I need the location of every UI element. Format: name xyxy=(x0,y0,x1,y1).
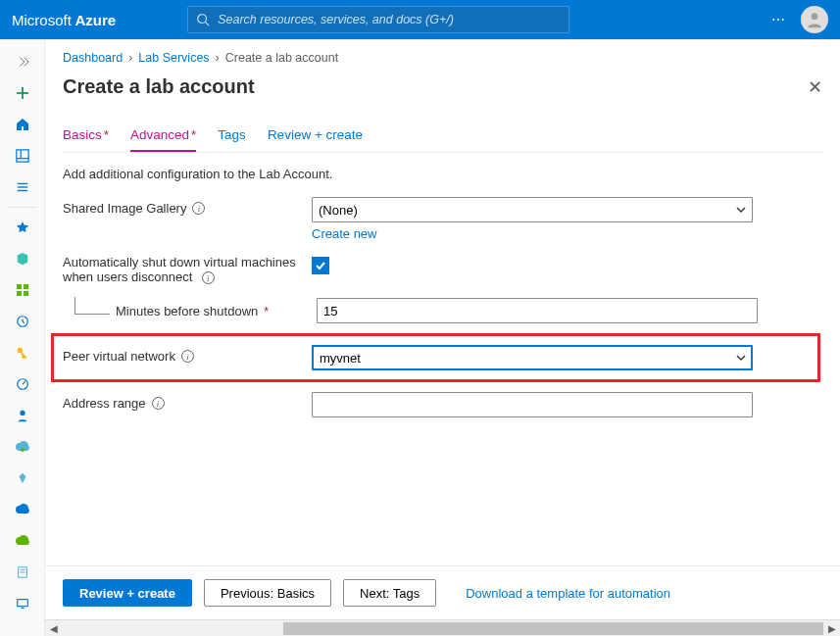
nav-expand-button[interactable] xyxy=(0,48,45,75)
breadcrumb-link-dashboard[interactable]: Dashboard xyxy=(63,51,123,65)
user-icon xyxy=(805,10,824,29)
main-panel: Dashboard › Lab Services › Create a lab … xyxy=(45,40,840,636)
chevron-right-icon: › xyxy=(128,51,132,65)
tab-bar: Basics* Advanced* Tags Review + create xyxy=(63,127,822,153)
more-menu-button[interactable]: ⋯ xyxy=(771,12,787,27)
info-icon[interactable]: i xyxy=(202,271,215,284)
svg-rect-23 xyxy=(17,600,27,607)
row-shared-gallery: Shared Image Gallery i (None) Create new xyxy=(63,197,822,241)
nav-resource-icon[interactable] xyxy=(0,245,45,272)
tab-description: Add additional configuration to the Lab … xyxy=(63,167,822,181)
tab-advanced[interactable]: Advanced* xyxy=(130,127,196,152)
required-icon: * xyxy=(264,304,269,318)
nav-recent-icon[interactable] xyxy=(0,308,45,335)
close-button[interactable]: ✕ xyxy=(808,76,822,98)
nav-vm-icon[interactable] xyxy=(0,590,45,617)
row-peer-network: Peer virtual network i myvnet xyxy=(63,345,822,370)
check-icon xyxy=(315,260,326,271)
nav-diamond-icon[interactable] xyxy=(0,465,45,492)
address-range-input[interactable] xyxy=(312,392,753,417)
info-icon[interactable]: i xyxy=(192,202,205,215)
svg-rect-14 xyxy=(24,291,28,296)
left-nav xyxy=(0,40,45,636)
breadcrumb: Dashboard › Lab Services › Create a lab … xyxy=(45,40,840,70)
peer-network-select[interactable]: myvnet xyxy=(312,345,753,370)
previous-button[interactable]: Previous: Basics xyxy=(204,579,331,607)
svg-point-16 xyxy=(17,348,22,353)
nav-cloud3-icon[interactable] xyxy=(0,527,45,555)
svg-point-0 xyxy=(198,15,207,24)
address-range-label: Address range xyxy=(63,396,146,411)
svg-rect-12 xyxy=(24,284,28,289)
chevron-right-icon: › xyxy=(216,51,220,65)
minutes-label: Minutes before shutdown xyxy=(116,304,258,318)
review-create-button[interactable]: Review + create xyxy=(63,579,192,607)
breadcrumb-current: Create a lab account xyxy=(225,51,338,65)
global-search-input[interactable]: Search resources, services, and docs (G+… xyxy=(187,6,569,33)
svg-point-19 xyxy=(21,448,25,452)
top-bar: Microsoft Azure Search resources, servic… xyxy=(0,0,840,39)
nav-gauge-icon[interactable] xyxy=(0,370,45,398)
svg-point-2 xyxy=(812,13,818,20)
shared-gallery-select[interactable]: (None) xyxy=(312,197,753,222)
nav-user-icon[interactable] xyxy=(0,402,45,429)
nav-cloud1-icon[interactable] xyxy=(0,433,45,461)
breadcrumb-link-labservices[interactable]: Lab Services xyxy=(138,51,209,65)
auto-shutdown-checkbox[interactable] xyxy=(312,257,329,274)
scroll-right-icon[interactable]: ▶ xyxy=(823,620,840,637)
nav-home-button[interactable] xyxy=(0,111,45,138)
svg-rect-13 xyxy=(17,291,22,296)
user-avatar[interactable] xyxy=(801,6,828,33)
tab-basics[interactable]: Basics* xyxy=(63,127,109,152)
tab-tags[interactable]: Tags xyxy=(218,127,246,152)
nav-data-icon[interactable] xyxy=(0,559,45,586)
nav-all-resources-icon[interactable] xyxy=(0,276,45,304)
nav-key-icon[interactable] xyxy=(0,339,45,367)
nav-create-button[interactable] xyxy=(0,79,45,107)
brand[interactable]: Microsoft Azure xyxy=(12,12,116,28)
indent-connector-icon xyxy=(74,297,110,315)
minutes-input[interactable] xyxy=(317,298,758,323)
horizontal-scrollbar[interactable]: ◀ ▶ xyxy=(45,619,840,636)
search-icon xyxy=(196,13,210,26)
scroll-thumb[interactable] xyxy=(283,622,823,635)
create-new-link[interactable]: Create new xyxy=(312,226,376,241)
shared-gallery-label: Shared Image Gallery xyxy=(63,201,186,216)
tab-review[interactable]: Review + create xyxy=(268,127,363,152)
row-address-range: Address range i xyxy=(63,392,822,417)
row-auto-shutdown: Automatically shut down virtual machines… xyxy=(63,255,822,284)
nav-favorites-icon[interactable] xyxy=(0,214,45,241)
peer-network-label: Peer virtual network xyxy=(63,349,175,364)
svg-line-1 xyxy=(206,23,210,26)
page-title: Create a lab account xyxy=(63,75,255,98)
info-icon[interactable]: i xyxy=(152,397,165,410)
nav-all-services-button[interactable] xyxy=(0,173,45,201)
svg-rect-11 xyxy=(17,284,22,289)
download-template-link[interactable]: Download a template for automation xyxy=(466,586,670,601)
scroll-left-icon[interactable]: ◀ xyxy=(45,620,62,637)
auto-shutdown-label: Automatically shut down virtual machines… xyxy=(63,255,296,284)
next-button[interactable]: Next: Tags xyxy=(343,579,436,607)
footer-bar: Review + create Previous: Basics Next: T… xyxy=(45,565,840,619)
nav-dashboard-button[interactable] xyxy=(0,142,45,170)
nav-cloud2-icon[interactable] xyxy=(0,496,45,523)
info-icon[interactable]: i xyxy=(181,350,194,363)
search-placeholder: Search resources, services, and docs (G+… xyxy=(218,13,454,26)
svg-rect-5 xyxy=(16,150,27,162)
svg-point-18 xyxy=(20,411,25,416)
row-minutes: Minutes before shutdown * xyxy=(63,298,822,323)
